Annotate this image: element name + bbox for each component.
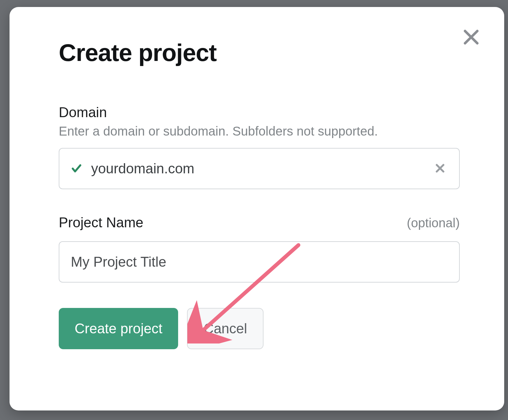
domain-field-group: Domain Enter a domain or subdomain. Subf… xyxy=(59,104,460,189)
x-icon xyxy=(434,163,446,175)
modal-title: Create project xyxy=(59,39,460,66)
create-project-button[interactable]: Create project xyxy=(59,308,178,349)
domain-input-wrap xyxy=(59,148,460,189)
cancel-button[interactable]: Cancel xyxy=(187,308,264,349)
create-project-modal: Create project Domain Enter a domain or … xyxy=(10,7,504,410)
project-name-input-wrap xyxy=(59,241,460,283)
domain-label: Domain xyxy=(59,104,460,120)
check-icon xyxy=(71,163,82,174)
clear-domain-button[interactable] xyxy=(432,161,448,176)
project-name-input[interactable] xyxy=(71,254,448,270)
domain-input[interactable] xyxy=(91,161,432,177)
project-name-optional: (optional) xyxy=(407,216,460,230)
project-name-field-group: Project Name (optional) xyxy=(59,215,460,283)
close-icon xyxy=(462,28,480,47)
modal-actions: Create project Cancel xyxy=(59,308,460,349)
domain-help-text: Enter a domain or subdomain. Subfolders … xyxy=(59,124,460,138)
project-name-label: Project Name xyxy=(59,215,144,230)
close-button[interactable] xyxy=(460,26,483,49)
